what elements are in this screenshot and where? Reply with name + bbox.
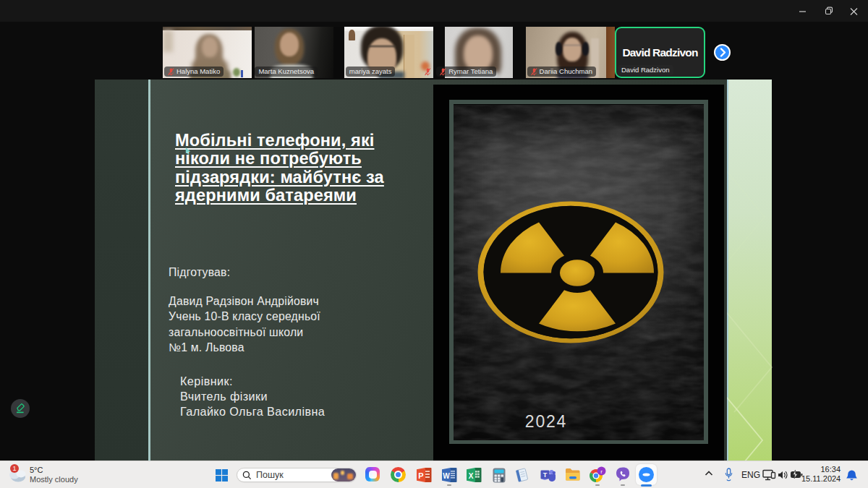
svg-text:T: T bbox=[543, 471, 548, 478]
svg-text:1: 1 bbox=[12, 465, 16, 472]
svg-text:r: r bbox=[600, 468, 603, 475]
svg-text:P: P bbox=[418, 471, 423, 480]
svg-text:W: W bbox=[443, 472, 450, 480]
svg-text:X: X bbox=[469, 472, 474, 480]
